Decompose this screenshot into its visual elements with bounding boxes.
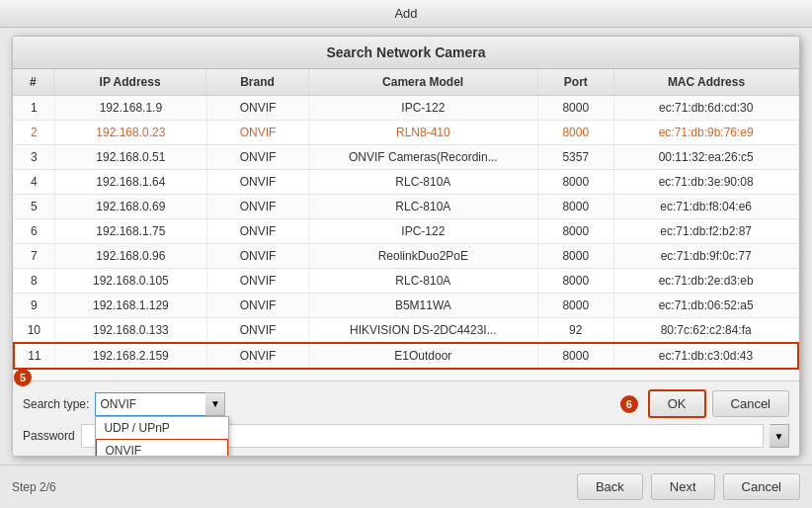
search-type-dropdown: UDP / UPnP ONVIF	[95, 416, 229, 458]
table-row[interactable]: 7 192.168.0.96 ONVIF ReolinkDuo2PoE 8000…	[14, 244, 798, 269]
table-row[interactable]: 4 192.168.1.64 ONVIF RLC-810A 8000 ec:71…	[14, 170, 798, 195]
step-buttons: Back Next Cancel	[577, 473, 800, 500]
search-type-label: Search type:	[23, 397, 89, 411]
next-button[interactable]: Next	[651, 473, 715, 500]
table-row[interactable]: 2 192.168.0.23 ONVIF RLN8-410 8000 ec:71…	[14, 121, 798, 145]
col-header-num: #	[13, 69, 53, 96]
table-row[interactable]: 10 192.168.0.133 ONVIF HIKVISION DS-2DC4…	[14, 318, 798, 344]
annotation-5: 5	[14, 369, 32, 386]
search-camera-dialog: Search Network Camera #	[12, 36, 800, 457]
table-row[interactable]: 8 192.168.0.105 ONVIF RLC-810A 8000 ec:7…	[14, 269, 798, 294]
search-type-row: Search type: ▼ UDP / UPnP ONVIF	[23, 389, 789, 418]
password-label: Password	[23, 429, 75, 443]
step-bar: Step 2/6 Back Next Cancel	[0, 465, 812, 508]
annotation-6: 6	[620, 395, 638, 413]
back-button[interactable]: Back	[577, 473, 643, 500]
step-label: Step 2/6	[12, 480, 56, 494]
camera-table-body: 1 192.168.1.9 ONVIF IPC-122 8000 ec:71:d…	[13, 96, 799, 370]
dialog-bottom: Search type: ▼ UDP / UPnP ONVIF	[13, 381, 799, 456]
dropdown-item-udp[interactable]: UDP / UPnP	[96, 417, 228, 439]
col-header-model: Camera Model	[308, 69, 537, 96]
col-header-ip: IP Address	[53, 69, 206, 96]
table-row[interactable]: 5 192.168.0.69 ONVIF RLC-810A 8000 ec:71…	[14, 195, 798, 219]
search-type-arrow[interactable]: ▼	[205, 392, 225, 416]
col-header-brand: Brand	[206, 69, 308, 96]
step-cancel-button[interactable]: Cancel	[723, 473, 800, 500]
dialog-title: Search Network Camera	[13, 37, 799, 69]
cancel-button[interactable]: Cancel	[712, 390, 789, 417]
outer-window: Add Search Network Camera	[0, 0, 812, 508]
table-row[interactable]: 9 192.168.1.129 ONVIF B5M11WA 8000 ec:71…	[14, 294, 798, 318]
window-title: Add	[394, 6, 417, 21]
dropdown-item-onvif[interactable]: ONVIF	[96, 439, 228, 458]
table-row[interactable]: 3 192.168.0.51 ONVIF ONVIF Cameras(Recor…	[14, 145, 798, 170]
search-type-input[interactable]	[95, 392, 208, 416]
col-header-mac: MAC Address	[614, 69, 799, 96]
ok-button[interactable]: OK	[648, 389, 706, 418]
password-arrow[interactable]: ▼	[770, 424, 789, 448]
table-row[interactable]: 1 192.168.1.9 ONVIF IPC-122 8000 ec:71:d…	[14, 96, 798, 121]
window-title-bar: Add	[0, 0, 812, 28]
table-row[interactable]: 6 192.168.1.75 ONVIF IPC-122 8000 ec:71:…	[14, 219, 798, 244]
camera-table-container: # IP Address Brand Camera Model Port MAC…	[13, 69, 799, 381]
table-scroll-area[interactable]: 1 192.168.1.9 ONVIF IPC-122 8000 ec:71:d…	[13, 96, 799, 381]
table-row[interactable]: 11 192.168.2.159 ONVIF E1Outdoor 8000 ec…	[14, 343, 798, 369]
col-header-port: Port	[537, 69, 613, 96]
camera-table-header: # IP Address Brand Camera Model Port MAC…	[13, 69, 799, 96]
outer-content: Search Network Camera #	[0, 28, 812, 465]
